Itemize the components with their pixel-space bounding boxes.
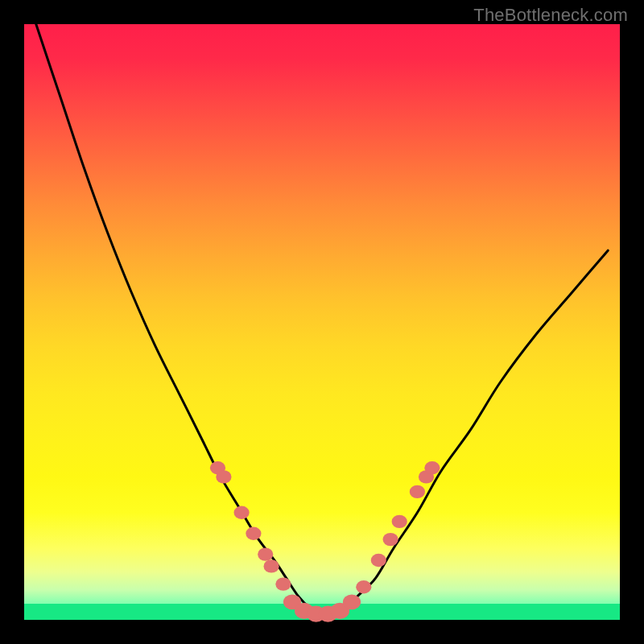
watermark-text: TheBottleneck.com xyxy=(473,5,628,26)
highlight-dot xyxy=(216,470,231,483)
highlight-dot xyxy=(343,594,361,609)
highlight-dot xyxy=(410,485,425,498)
highlight-dots xyxy=(210,461,440,622)
highlight-dot xyxy=(234,506,250,519)
highlight-dot xyxy=(258,547,273,560)
highlight-dot xyxy=(424,461,440,474)
highlight-dot xyxy=(275,577,291,590)
highlight-dot xyxy=(356,580,371,593)
highlight-dot xyxy=(246,527,261,540)
highlight-dot xyxy=(392,515,407,528)
highlight-dot xyxy=(264,559,279,572)
highlight-dot xyxy=(371,554,386,567)
bottleneck-curve xyxy=(36,24,608,615)
plot-area xyxy=(24,24,620,620)
highlight-dot xyxy=(383,533,398,546)
chart-frame: TheBottleneck.com xyxy=(0,0,644,644)
curve-svg xyxy=(24,24,620,620)
